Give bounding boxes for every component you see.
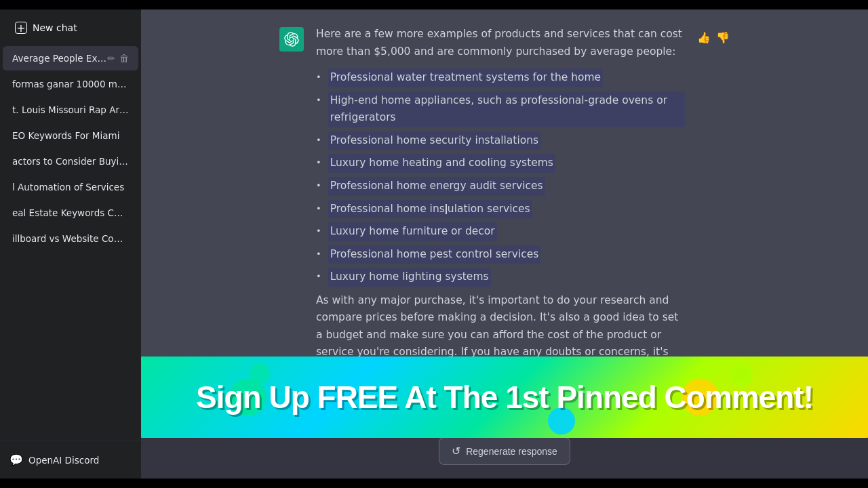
- list-item-text: High-end home appliances, such as profes…: [328, 92, 685, 127]
- sidebar-item-st-louis[interactable]: t. Louis Missouri Rap Artists: [3, 98, 138, 122]
- sidebar-item-label: t. Louis Missouri Rap Artists: [12, 104, 129, 115]
- list-item-text: Professional home pest control services: [328, 245, 541, 264]
- assistant-message: Here are a few more examples of products…: [141, 9, 868, 420]
- list-item-text: Professional home insulation services: [328, 200, 532, 219]
- delete-icon[interactable]: 🗑: [119, 53, 129, 64]
- sidebar-item-label: illboard vs Website Compar: [12, 233, 129, 244]
- chatgpt-logo-icon: [284, 32, 299, 47]
- top-bar: [0, 0, 868, 9]
- bullet-dot: •: [316, 133, 321, 147]
- sidebar-item-seo-miami[interactable]: EO Keywords For Miami: [3, 123, 138, 148]
- bullet-dot: •: [316, 93, 321, 107]
- sidebar-items-list: Average People Expen ✏ 🗑 formas ganar 10…: [0, 46, 141, 441]
- input-area: ↺ Regenerate response: [141, 429, 868, 479]
- sidebar-item-label: eal Estate Keywords Chicag: [12, 207, 129, 218]
- list-item-text: Professional home energy audit services: [328, 177, 545, 196]
- list-item-text: Luxury home furniture or decor: [328, 222, 497, 241]
- sidebar-item-label: Average People Expen: [12, 53, 107, 64]
- list-item: • Professional water treatment systems f…: [316, 68, 685, 87]
- new-chat-button[interactable]: + New chat: [5, 15, 136, 41]
- list-item: • Professional home energy audit service…: [316, 177, 685, 196]
- avatar: [279, 27, 304, 52]
- sidebar-item-billboard[interactable]: illboard vs Website Compar: [3, 226, 138, 251]
- sidebar-item-automation[interactable]: l Automation of Services: [3, 175, 138, 199]
- thumbdown-icon[interactable]: 👎: [716, 31, 730, 44]
- new-chat-icon: +: [15, 22, 27, 34]
- discord-label: OpenAI Discord: [28, 455, 99, 466]
- chat-area: Here are a few more examples of products…: [141, 9, 868, 479]
- regenerate-label: Regenerate response: [466, 446, 557, 457]
- message-footer: As with any major purchase, it's importa…: [316, 292, 685, 396]
- sidebar-item-label: EO Keywords For Miami: [12, 130, 129, 141]
- message-content: Here are a few more examples of products…: [316, 26, 685, 404]
- new-chat-label: New chat: [33, 22, 77, 33]
- list-item: • Luxury home lighting systems: [316, 268, 685, 287]
- thumbup-icon[interactable]: 👍: [697, 31, 711, 44]
- regenerate-button[interactable]: ↺ Regenerate response: [439, 437, 570, 465]
- sidebar-item-label: l Automation of Services: [12, 182, 129, 192]
- sidebar-item-real-estate-chicago[interactable]: eal Estate Keywords Chicag: [3, 201, 138, 225]
- bullet-dot: •: [316, 70, 321, 84]
- list-item: • High-end home appliances, such as prof…: [316, 92, 685, 127]
- input-wrapper: ↺ Regenerate response: [247, 437, 762, 465]
- message-intro: Here are a few more examples of products…: [316, 26, 685, 60]
- chat-messages: Here are a few more examples of products…: [141, 9, 868, 479]
- bullet-list: • Professional water treatment systems f…: [316, 68, 685, 287]
- list-item-text: Professional home security installations: [328, 131, 540, 150]
- list-item: • Professional home insulation services: [316, 200, 685, 219]
- list-item: • Luxury home furniture or decor: [316, 222, 685, 241]
- sidebar-item-label: formas ganar 10000 meses: [12, 79, 129, 89]
- list-item-text: Luxury home lighting systems: [328, 268, 491, 287]
- sidebar: + New chat Average People Expen ✏ 🗑 form…: [0, 9, 141, 479]
- openai-discord-button[interactable]: 💬 OpenAI Discord: [5, 447, 136, 473]
- regenerate-icon: ↺: [452, 445, 460, 458]
- bullet-dot: •: [316, 224, 321, 238]
- sidebar-item-factors-buying[interactable]: actors to Consider Buying S: [3, 149, 138, 174]
- bullet-dot: •: [316, 247, 321, 261]
- bullet-dot: •: [316, 269, 321, 283]
- discord-icon: 💬: [9, 453, 23, 466]
- list-item-text: Luxury home heating and cooling systems: [328, 154, 555, 173]
- bullet-dot: •: [316, 201, 321, 216]
- list-item: • Luxury home heating and cooling system…: [316, 154, 685, 173]
- sidebar-item-label: actors to Consider Buying S: [12, 156, 129, 167]
- message-actions: 👍 👎: [697, 28, 730, 44]
- sidebar-item-actions: ✏ 🗑: [107, 53, 129, 64]
- list-item-text: Professional water treatment systems for…: [328, 68, 603, 87]
- edit-icon[interactable]: ✏: [107, 53, 115, 64]
- bottom-bar: [0, 479, 868, 488]
- list-item: • Professional home pest control service…: [316, 245, 685, 264]
- bullet-dot: •: [316, 178, 321, 192]
- bullet-dot: •: [316, 155, 321, 169]
- sidebar-item-average-people[interactable]: Average People Expen ✏ 🗑: [3, 46, 138, 70]
- list-item: • Professional home security installatio…: [316, 131, 685, 150]
- sidebar-bottom: 💬 OpenAI Discord: [0, 441, 141, 479]
- sidebar-item-formas-ganar[interactable]: formas ganar 10000 meses: [3, 72, 138, 96]
